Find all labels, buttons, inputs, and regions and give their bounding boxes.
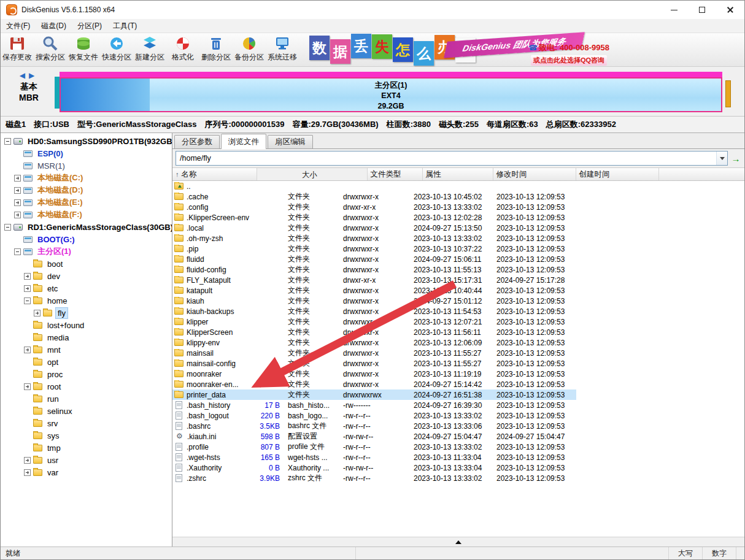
tree-item[interactable]: MSR(1) (1, 159, 172, 172)
tree-item[interactable]: run (1, 393, 172, 405)
backup-partition-button[interactable]: 备份分区 (233, 33, 266, 65)
collapse-icon[interactable] (4, 138, 11, 145)
tree-item[interactable]: 本地磁盘(E:) (1, 196, 172, 209)
column-header[interactable]: ↑名称 (172, 168, 257, 180)
table-row[interactable]: mainsail-config文件夹drwxrwxr-x2023-10-13 1… (172, 358, 576, 369)
column-header[interactable]: 大小 (257, 168, 368, 180)
go-button[interactable] (730, 152, 742, 165)
expand-icon[interactable] (24, 273, 31, 280)
table-row[interactable]: moonraker文件夹drwxrwxr-x2023-10-13 11:19:1… (172, 369, 576, 379)
tree-item[interactable]: selinux (1, 405, 172, 417)
tree-item[interactable]: proc (1, 368, 172, 380)
menu-item[interactable]: 分区(P) (72, 19, 107, 33)
table-row[interactable]: KlipperScreen文件夹drwxrwxr-x2023-10-13 11:… (172, 327, 576, 337)
table-row[interactable]: .local文件夹drwxrwxr-x2024-09-27 15:13:5020… (172, 223, 576, 233)
partition-block[interactable]: 主分区(1) EXT4 29.2GB (60, 77, 722, 112)
new-partition-button[interactable]: 新建分区 (133, 33, 166, 65)
next-disk-arrow-icon[interactable]: ▶ (29, 71, 38, 80)
table-row[interactable]: .profile807 Bprofile 文件-rw-r--r--2023-10… (172, 442, 576, 452)
system-migration-button[interactable]: 系统迁移 (266, 33, 299, 65)
delete-partition-button[interactable]: 删除分区 (199, 33, 233, 65)
table-row[interactable]: fluidd文件夹drwxrwxr-x2024-09-27 15:06:1120… (172, 254, 576, 264)
expand-icon[interactable] (14, 212, 21, 218)
table-row[interactable]: moonraker-en...文件夹drwxrwxr-x2024-09-27 1… (172, 379, 576, 389)
tree-item[interactable]: root (1, 380, 172, 393)
collapse-icon[interactable] (14, 248, 21, 255)
path-combobox[interactable]: /home/fly (176, 151, 728, 166)
search-partition-button[interactable]: 搜索分区 (34, 33, 67, 65)
column-header[interactable]: 文件类型 (368, 168, 423, 180)
table-row[interactable]: .pip文件夹drwxrwxr-x2023-10-13 10:37:222023… (172, 244, 576, 254)
save-changes-button[interactable]: 保存更改 (1, 33, 34, 65)
table-row[interactable]: printer_data文件夹drwxrwxrwx2024-09-27 16:5… (172, 389, 576, 400)
chevron-down-icon[interactable] (716, 152, 727, 165)
expand-icon[interactable] (24, 383, 31, 390)
table-row[interactable]: mainsail文件夹drwxrwxr-x2023-10-13 11:55:27… (172, 348, 576, 358)
tree-item[interactable]: HD0:SamsungSSD990PRO1TB(932GB (1, 135, 172, 147)
tree-item[interactable]: home (1, 294, 172, 307)
close-button[interactable] (716, 1, 744, 19)
tree-item[interactable]: mnt (1, 343, 172, 356)
maximize-button[interactable] (688, 1, 716, 19)
tree-item[interactable]: usr (1, 454, 172, 466)
table-row[interactable]: ⚙.kiauh.ini598 B配置设置-rw-rw-r--2024-09-27… (172, 431, 576, 442)
promo-banner[interactable]: 数据丢失怎么办!DiskGenius 团队为您服务☎致电: 400-008-99… (309, 33, 613, 66)
tree-item[interactable]: 本地磁盘(F:) (1, 209, 172, 221)
table-row[interactable]: .zshrc3.9KBzshrc 文件-rw-r--r--2023-10-13 … (172, 473, 576, 483)
tree-item[interactable]: 主分区(1) (1, 245, 172, 258)
expand-icon[interactable] (34, 310, 41, 316)
table-row[interactable]: .. (172, 181, 576, 191)
tree-item[interactable]: opt (1, 356, 172, 368)
table-row[interactable]: .wget-hsts165 Bwget-hsts ...-rw-r--r--20… (172, 452, 576, 462)
tree-item[interactable]: media (1, 331, 172, 343)
tab-sector-edit[interactable]: 扇区编辑 (268, 135, 313, 148)
expand-icon[interactable] (14, 187, 21, 194)
menu-item[interactable]: 磁盘(D) (36, 19, 72, 33)
tree-item[interactable]: ESP(0) (1, 147, 172, 159)
table-row[interactable]: katapult文件夹drwxrwxr-x2023-10-13 10:40:44… (172, 285, 576, 296)
tree-item[interactable]: fly (1, 307, 172, 319)
expand-icon[interactable] (24, 469, 31, 476)
tree-item[interactable]: boot (1, 258, 172, 270)
prev-disk-arrow-icon[interactable]: ◀ (20, 71, 29, 80)
tab-browse-files[interactable]: 浏览文件 (221, 134, 266, 149)
column-header[interactable]: 创建时间 (576, 168, 659, 180)
table-row[interactable]: FLY_Katapult文件夹drwxr-xr-x2023-10-13 15:1… (172, 275, 576, 285)
tree-item[interactable]: 本地磁盘(D:) (1, 184, 172, 196)
expand-icon[interactable] (14, 175, 21, 182)
format-button[interactable]: 格式化 (166, 33, 199, 65)
tree-item[interactable]: lost+found (1, 319, 172, 331)
promo-qq-link[interactable]: 或点击此处选择QQ咨询 (531, 55, 607, 66)
tab-partition-params[interactable]: 分区参数 (174, 135, 220, 148)
quick-partition-button[interactable]: 快速分区 (100, 33, 133, 65)
column-header[interactable]: 修改时间 (493, 168, 576, 180)
expand-icon[interactable] (14, 199, 21, 206)
minimize-button[interactable] (660, 1, 688, 19)
table-row[interactable]: .config文件夹drwxr-xr-x2023-10-13 13:33:022… (172, 202, 576, 212)
tree-item[interactable]: dev (1, 270, 172, 282)
tree-item[interactable]: etc (1, 282, 172, 294)
menu-item[interactable]: 工具(T) (107, 19, 142, 33)
table-row[interactable]: klippy-env文件夹drwxrwxr-x2023-10-13 12:06:… (172, 337, 576, 348)
tree-item[interactable]: 本地磁盘(C:) (1, 172, 172, 184)
tree-item[interactable]: sys (1, 429, 172, 442)
collapse-icon[interactable] (24, 297, 31, 304)
collapse-icon[interactable] (4, 224, 11, 231)
expand-icon[interactable] (24, 285, 31, 292)
horizontal-scrollbar[interactable] (172, 537, 744, 547)
table-row[interactable]: klipper文件夹drwxrwxr-x2023-10-13 12:07:212… (172, 316, 576, 327)
tree-item[interactable]: BOOT(G:) (1, 233, 172, 245)
table-row[interactable]: .bashrc3.5KBbashrc 文件-rw-r--r--2023-10-1… (172, 421, 576, 431)
table-row[interactable]: kiauh-backups文件夹drwxrwxr-x2023-10-13 11:… (172, 306, 576, 316)
table-row[interactable]: fluidd-config文件夹drwxrwxr-x2023-10-13 11:… (172, 264, 576, 275)
expand-icon[interactable] (24, 347, 31, 353)
table-row[interactable]: .bash_history17 Bbash_histo...-rw-------… (172, 400, 576, 410)
table-row[interactable]: .cache文件夹drwxrwxr-x2023-10-13 10:45:0220… (172, 191, 576, 202)
expand-icon[interactable] (24, 457, 31, 464)
table-row[interactable]: .Xauthority0 BXauthority ...-rw-rw-r--20… (172, 462, 576, 473)
table-row[interactable]: .oh-my-zsh文件夹drwxrwxr-x2023-10-13 13:33:… (172, 233, 576, 244)
tree-item[interactable]: RD1:GenericMassStorageClass(30GB) (1, 221, 172, 233)
table-row[interactable]: kiauh文件夹drwxrwxr-x2024-09-27 15:01:12202… (172, 296, 576, 306)
table-row[interactable]: .bash_logout220 Bbash_logo...-rw-r--r--2… (172, 410, 576, 421)
menu-item[interactable]: 文件(F) (1, 19, 36, 33)
